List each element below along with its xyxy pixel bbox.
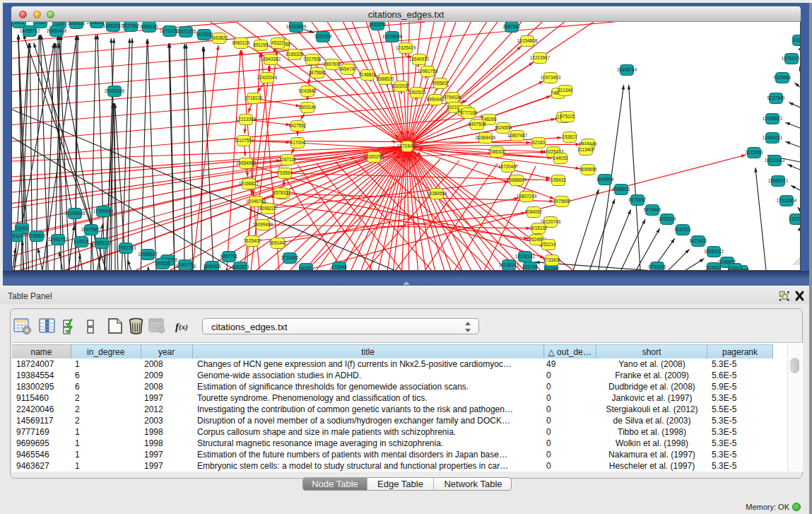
svg-text:12444151: 12444151 <box>763 135 783 140</box>
svg-text:19077: 19077 <box>179 262 192 267</box>
svg-text:8322037: 8322037 <box>392 83 410 88</box>
svg-text:2055: 2055 <box>35 22 46 25</box>
svg-text:9777169: 9777169 <box>460 110 478 115</box>
svg-text:18300295: 18300295 <box>364 154 384 159</box>
svg-text:18724007: 18724007 <box>397 144 418 148</box>
svg-text:96152: 96152 <box>300 266 312 270</box>
svg-text:6466160: 6466160 <box>141 24 158 29</box>
svg-text:2867608: 2867608 <box>324 62 341 66</box>
svg-text:8990443: 8990443 <box>427 97 445 102</box>
svg-text:311340: 311340 <box>558 88 573 93</box>
svg-text:60184: 60184 <box>545 266 558 270</box>
svg-text:20364436: 20364436 <box>476 135 496 140</box>
svg-text:20691406: 20691406 <box>47 28 67 33</box>
svg-text:1527602: 1527602 <box>122 23 140 28</box>
svg-text:10688609: 10688609 <box>507 177 527 182</box>
svg-text:17359924: 17359924 <box>93 209 114 214</box>
svg-text:10961758: 10961758 <box>418 69 438 74</box>
svg-text:17016504: 17016504 <box>777 198 797 203</box>
svg-text:116753: 116753 <box>789 216 800 221</box>
svg-text:21663: 21663 <box>729 266 741 270</box>
svg-text:8186323: 8186323 <box>286 52 304 57</box>
svg-text:3875685: 3875685 <box>309 70 326 75</box>
svg-text:7955812: 7955812 <box>432 81 449 86</box>
svg-text:12213369: 12213369 <box>236 117 257 122</box>
svg-text:2803144: 2803144 <box>299 105 317 110</box>
svg-text:10853267: 10853267 <box>103 23 124 28</box>
svg-text:19384554: 19384554 <box>427 191 447 196</box>
svg-text:10807487: 10807487 <box>507 133 528 138</box>
svg-text:16543382: 16543382 <box>261 57 281 62</box>
svg-text:7625402: 7625402 <box>244 238 261 243</box>
svg-text:12093872: 12093872 <box>763 116 783 121</box>
svg-text:2718126: 2718126 <box>245 95 263 100</box>
svg-text:175948: 175948 <box>331 264 347 269</box>
svg-text:1156829: 1156829 <box>28 233 46 238</box>
svg-text:14055712: 14055712 <box>20 28 40 33</box>
svg-text:8427552: 8427552 <box>289 123 307 128</box>
svg-text:9474444: 9474444 <box>644 207 661 212</box>
svg-text:590535: 590535 <box>155 261 170 266</box>
svg-text:857833: 857833 <box>273 190 288 195</box>
svg-text:11123: 11123 <box>794 37 800 42</box>
svg-text:1975692: 1975692 <box>553 199 571 204</box>
svg-text:331740: 331740 <box>522 264 538 269</box>
svg-text:16107552: 16107552 <box>234 138 254 143</box>
svg-text:8454749: 8454749 <box>339 66 357 71</box>
svg-text:9329966: 9329966 <box>774 75 792 80</box>
svg-text:13640910: 13640910 <box>409 57 430 62</box>
svg-text:20206536: 20206536 <box>65 211 86 216</box>
svg-text:8790815: 8790815 <box>649 264 666 269</box>
svg-text:6497508: 6497508 <box>469 122 486 127</box>
svg-text:114519: 114519 <box>74 239 89 244</box>
svg-text:8938923: 8938923 <box>613 187 630 192</box>
svg-text:14099489: 14099489 <box>253 222 273 227</box>
svg-text:16033809: 16033809 <box>286 24 307 29</box>
svg-text:19218506: 19218506 <box>382 34 403 39</box>
svg-text:(x): (x) <box>179 322 188 332</box>
svg-text:19654985: 19654985 <box>236 160 257 165</box>
svg-text:7357224: 7357224 <box>314 34 332 39</box>
svg-text:19166827: 19166827 <box>239 181 259 186</box>
svg-text:3215953: 3215953 <box>746 150 763 155</box>
svg-text:10958117: 10958117 <box>138 252 158 257</box>
svg-text:2935114: 2935114 <box>659 216 676 221</box>
svg-text:9242848: 9242848 <box>299 88 317 93</box>
svg-text:16154808: 16154808 <box>517 38 538 43</box>
svg-text:144033: 144033 <box>553 156 568 160</box>
svg-text:3267130: 3267130 <box>279 157 297 162</box>
svg-text:12213967: 12213967 <box>530 55 551 60</box>
svg-text:1615132: 1615132 <box>530 226 548 230</box>
svg-text:891295: 891295 <box>253 42 269 47</box>
svg-text:22420046: 22420046 <box>257 75 278 80</box>
svg-text:1085326: 1085326 <box>68 22 86 25</box>
svg-text:14138141: 14138141 <box>499 262 519 267</box>
svg-text:12325419: 12325419 <box>396 45 416 50</box>
svg-text:1733426: 1733426 <box>543 257 561 262</box>
svg-text:9794024: 9794024 <box>444 95 461 100</box>
svg-text:15751074: 15751074 <box>782 56 800 61</box>
svg-text:17957253: 17957253 <box>116 245 136 250</box>
svg-text:45322: 45322 <box>271 40 284 45</box>
svg-text:8960124: 8960124 <box>233 40 250 45</box>
svg-text:153627: 153627 <box>562 134 577 139</box>
svg-text:1691441: 1691441 <box>269 240 287 245</box>
svg-text:1362615: 1362615 <box>408 90 426 95</box>
svg-text:1640954: 1640954 <box>596 177 614 182</box>
svg-text:417004: 417004 <box>290 140 305 145</box>
svg-text:924503: 924503 <box>706 265 722 270</box>
svg-text:3624554: 3624554 <box>495 125 512 130</box>
svg-text:39114: 39114 <box>12 233 23 238</box>
svg-text:18807249: 18807249 <box>517 194 537 199</box>
svg-text:10973493: 10973493 <box>541 75 561 80</box>
svg-text:7632621: 7632621 <box>674 227 692 232</box>
svg-text:16648784: 16648784 <box>617 67 637 72</box>
svg-text:16210643: 16210643 <box>765 158 785 163</box>
svg-text:9457791: 9457791 <box>220 254 238 259</box>
svg-text:1405: 1405 <box>14 22 25 25</box>
svg-text:1106: 1106 <box>54 22 64 25</box>
svg-text:3716485: 3716485 <box>281 255 299 260</box>
svg-text:9327508: 9327508 <box>304 57 322 62</box>
svg-text:9146821: 9146821 <box>359 72 377 77</box>
svg-text:2687682: 2687682 <box>503 24 521 29</box>
